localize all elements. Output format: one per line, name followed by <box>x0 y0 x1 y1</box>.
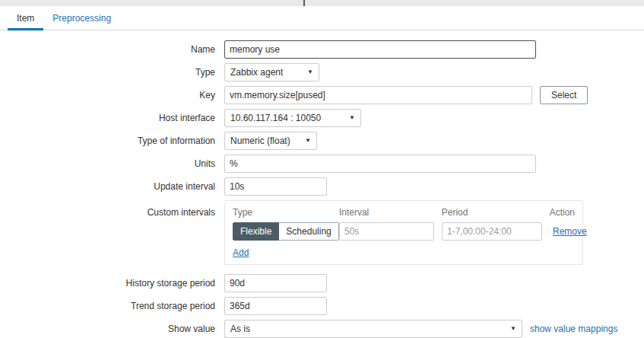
custom-intervals-block: Type Interval Period Action Flexible Sch… <box>224 200 583 265</box>
item-form: Name Type Zabbix agent ▼ Key Select Host… <box>0 30 644 338</box>
column-header-period: Period <box>442 207 550 218</box>
key-select-button[interactable]: Select <box>540 86 588 104</box>
custom-intervals-headers: Type Interval Period Action <box>233 207 575 218</box>
top-strip <box>0 0 644 6</box>
type-label: Type <box>0 67 224 78</box>
chevron-down-icon: ▼ <box>307 69 313 75</box>
name-row: Name <box>0 40 644 59</box>
add-row: Add <box>233 247 575 258</box>
tab-item[interactable]: Item <box>8 6 43 30</box>
host-interface-label: Host interface <box>0 113 224 123</box>
key-input[interactable] <box>224 86 532 104</box>
show-value-mappings-link[interactable]: show value mappings <box>530 324 617 334</box>
history-storage-label: History storage period <box>0 278 224 289</box>
type-select-value: Zabbix agent <box>230 67 283 78</box>
type-of-information-row: Type of information Numeric (float) ▼ <box>0 132 644 150</box>
units-label: Units <box>0 158 224 169</box>
custom-intervals-label: Custom intervals <box>0 200 224 218</box>
update-interval-input[interactable] <box>224 177 327 196</box>
history-storage-row: History storage period <box>0 274 644 292</box>
scheduling-button[interactable]: Scheduling <box>279 222 338 241</box>
remove-link[interactable]: Remove <box>553 226 587 237</box>
show-value-select[interactable]: As is ▼ <box>224 320 522 338</box>
show-value-label: Show value <box>0 324 224 334</box>
type-of-information-select-value: Numeric (float) <box>230 136 290 146</box>
host-interface-select-value: 10.60.117.164 : 10050 <box>230 113 321 123</box>
column-header-interval: Interval <box>339 207 442 218</box>
custom-interval-row: Flexible Scheduling Remove <box>233 222 575 241</box>
type-select[interactable]: Zabbix agent ▼ <box>224 63 319 81</box>
name-input[interactable] <box>224 40 536 59</box>
host-interface-select[interactable]: 10.60.117.164 : 10050 ▼ <box>224 109 361 127</box>
trend-storage-label: Trend storage period <box>0 301 224 311</box>
interval-input[interactable] <box>339 222 434 241</box>
units-row: Units <box>0 155 644 173</box>
add-link[interactable]: Add <box>233 247 249 258</box>
chevron-down-icon: ▼ <box>510 326 516 332</box>
chevron-down-icon: ▼ <box>349 115 355 121</box>
chevron-down-icon: ▼ <box>305 138 311 144</box>
type-of-information-label: Type of information <box>0 136 224 146</box>
show-value-row: Show value As is ▼ show value mappings <box>0 320 644 338</box>
trend-storage-input[interactable] <box>224 297 327 315</box>
trend-storage-row: Trend storage period <box>0 297 644 315</box>
column-header-action: Action <box>550 207 575 218</box>
units-input[interactable] <box>224 155 536 173</box>
tab-preprocessing[interactable]: Preprocessing <box>43 6 120 30</box>
update-interval-row: Update interval <box>0 177 644 196</box>
type-row: Type Zabbix agent ▼ <box>0 63 644 81</box>
interval-type-toggle: Flexible Scheduling <box>233 222 339 241</box>
period-input[interactable] <box>442 222 542 241</box>
history-storage-input[interactable] <box>224 274 327 292</box>
type-of-information-select[interactable]: Numeric (float) ▼ <box>224 132 317 150</box>
key-row: Key Select <box>0 86 644 104</box>
top-divider <box>303 0 305 6</box>
name-label: Name <box>0 44 224 55</box>
tab-bar: Item Preprocessing <box>0 6 644 30</box>
show-value-select-value: As is <box>230 324 250 334</box>
host-interface-row: Host interface 10.60.117.164 : 10050 ▼ <box>0 109 644 127</box>
key-label: Key <box>0 90 224 100</box>
flexible-button[interactable]: Flexible <box>233 222 279 241</box>
column-header-type: Type <box>233 207 339 218</box>
custom-intervals-row: Custom intervals Type Interval Period Ac… <box>0 200 644 265</box>
update-interval-label: Update interval <box>0 181 224 192</box>
